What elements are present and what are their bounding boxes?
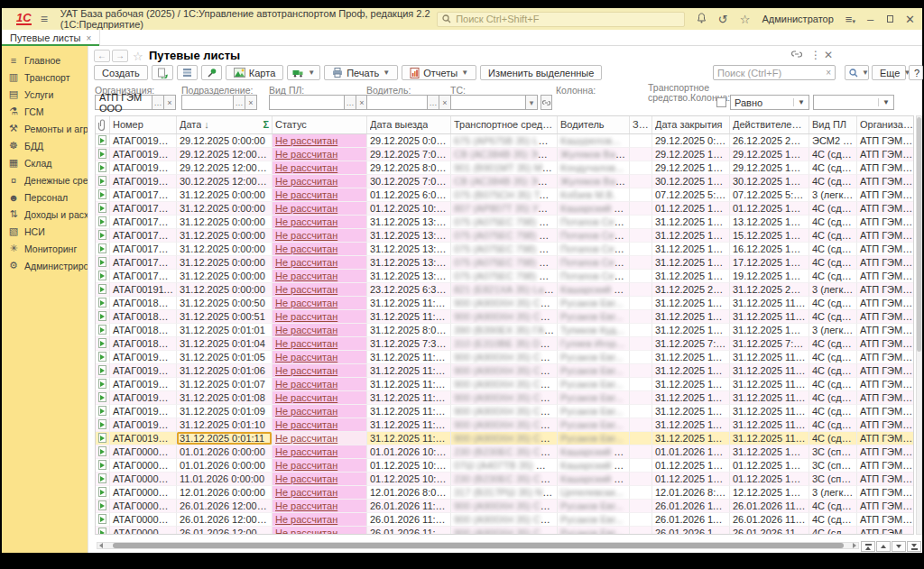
table-row[interactable]: АТАГ001913731.12.2025 0:01:08Не рассчита…	[96, 391, 914, 405]
transport-actions-button[interactable]: ▼	[287, 65, 320, 80]
edit-selected-button[interactable]: Изменить выделенные	[480, 65, 602, 80]
status-link[interactable]: Не рассчитан	[275, 460, 337, 471]
tab-putevye-listy[interactable]: Путевые листы ×	[2, 30, 100, 46]
sum-icon[interactable]: Σ	[263, 116, 269, 133]
clear-search-icon[interactable]: ×	[826, 68, 831, 78]
table-row[interactable]: АТАГ001868531.12.2025 0:00:50Не рассчита…	[96, 297, 914, 310]
status-link[interactable]: Не рассчитан	[275, 514, 337, 525]
filter-driver-field[interactable]	[366, 95, 428, 110]
horizontal-scrollbar[interactable]	[97, 542, 859, 549]
add-favorite-star-icon[interactable]: ☆	[133, 50, 143, 63]
vehicle-dropdown-button[interactable]: ▾	[526, 95, 538, 110]
help-button[interactable]: ?	[909, 65, 923, 80]
close-window-button[interactable]: ✕	[905, 14, 915, 25]
table-row[interactable]: АТАГ000000101.01.2026 0:00:00Не рассчита…	[96, 445, 914, 459]
table-row[interactable]: АТАГ001870131.12.2025 0:01:01Не рассчита…	[96, 324, 914, 337]
table-row[interactable]: АТАГ001913531.12.2025 0:01:06Не рассчита…	[96, 364, 914, 378]
favorites-star-icon[interactable]: ☆	[740, 14, 751, 25]
org-clear-button[interactable]: ×	[164, 95, 176, 110]
more-menu-icon[interactable]: ⋮	[810, 50, 821, 60]
minimize-button[interactable]: –	[867, 14, 873, 25]
status-link[interactable]: Не рассчитан	[275, 162, 337, 173]
driver-choose-button[interactable]: …	[428, 95, 439, 110]
condition-select[interactable]: Равно▼	[730, 95, 809, 110]
column-header-vehicle[interactable]: Транспортное средство	[451, 116, 558, 133]
column-header-num[interactable]: Номер	[110, 116, 177, 133]
status-link[interactable]: Не рассчитан	[275, 325, 337, 335]
filter-waybill-type-field[interactable]	[269, 95, 345, 110]
status-link[interactable]: Не рассчитан	[275, 392, 337, 403]
status-link[interactable]: Не рассчитан	[275, 379, 337, 390]
more-actions-button[interactable]: Еще▼	[872, 65, 906, 80]
table-row[interactable]: АТАГ001913931.12.2025 0:01:10Не рассчита…	[96, 418, 914, 432]
tab-close-icon[interactable]: ×	[86, 33, 91, 43]
current-user[interactable]: Администратор	[762, 14, 833, 24]
status-link[interactable]: Не рассчитан	[275, 473, 337, 484]
status-link[interactable]: Не рассчитан	[275, 284, 337, 295]
hscroll-thumb[interactable]	[113, 543, 844, 548]
status-link[interactable]: Не рассчитан	[275, 271, 337, 281]
table-row[interactable]: АТАГ001874831.12.2025 0:01:04Не рассчита…	[96, 337, 914, 351]
status-link[interactable]: Не рассчитан	[275, 352, 337, 363]
table-row[interactable]: АТАГ001904230.12.2025 12:00:00Не рассчит…	[96, 175, 914, 188]
sidebar-item-12[interactable]: ⚙Администрирование	[2, 257, 88, 274]
reports-button[interactable]: Отчеты▼	[402, 65, 476, 80]
column-header-valid_to[interactable]: Действителен до	[730, 116, 809, 133]
table-row[interactable]: АТАГ001915129.12.2025 0:00:00Не рассчита…	[96, 134, 914, 148]
main-menu-icon[interactable]: ≡	[41, 12, 48, 26]
column-header-type[interactable]: Вид ПЛ	[809, 116, 857, 133]
table-row[interactable]: АТАГ000000726.01.2026 12:00:01Не рассчит…	[96, 513, 914, 527]
sidebar-item-0[interactable]: ≡Главное	[2, 51, 88, 69]
column-header-date[interactable]: Дата↓Σ	[177, 116, 273, 133]
collapse-ribbon-icon[interactable]: ≡▾	[845, 14, 855, 25]
column-header-driver[interactable]: Водитель	[558, 116, 630, 133]
column-header-org[interactable]: Организация	[857, 116, 914, 133]
table-row[interactable]: АТАГ001790031.12.2025 0:00:00Не рассчита…	[96, 202, 914, 216]
column-header-closed[interactable]: Закрыт	[630, 116, 652, 133]
global-search-input[interactable]: Поиск Ctrl+Shift+F	[437, 12, 685, 27]
table-row[interactable]: АТАГ001791831.12.2025 0:00:00Не рассчита…	[96, 243, 914, 256]
status-link[interactable]: Не рассчитан	[275, 419, 337, 430]
org-choose-button[interactable]: …	[152, 95, 164, 110]
department-clear-button[interactable]: ×	[245, 95, 257, 110]
back-button[interactable]: ←	[94, 50, 110, 62]
sidebar-item-3[interactable]: ⚗ГСМ	[2, 103, 88, 120]
status-link[interactable]: Не рассчитан	[275, 433, 337, 444]
table-row[interactable]: АТАГ000000201.01.2026 0:00:00Не рассчита…	[96, 459, 914, 473]
pin-marker-button[interactable]	[201, 65, 222, 80]
table-row[interactable]: АТАГ001778131.12.2025 0:00:00Не рассчита…	[96, 188, 914, 202]
go-next-button[interactable]	[892, 541, 906, 552]
table-row[interactable]: АТАГ001913831.12.2025 0:01:09Не рассчита…	[96, 405, 914, 418]
get-link-icon[interactable]	[791, 50, 802, 60]
filter-vehicle-field[interactable]	[450, 95, 526, 110]
status-link[interactable]: Не рассчитан	[275, 149, 337, 160]
status-link[interactable]: Не рассчитан	[275, 406, 337, 417]
table-row[interactable]: АТАГ001913631.12.2025 0:01:07Не рассчита…	[96, 378, 914, 391]
search-options-button[interactable]: ▼	[845, 65, 869, 80]
status-link[interactable]: Не рассчитан	[275, 500, 337, 511]
sidebar-item-10[interactable]: ▧НСИ	[2, 223, 88, 240]
1c-logo-icon[interactable]: 1С	[16, 13, 32, 25]
table-row[interactable]: АТАГ001792031.12.2025 0:00:00Не рассчита…	[96, 270, 914, 283]
status-link[interactable]: Не рассчитан	[275, 203, 337, 214]
scroll-left-icon[interactable]	[99, 543, 103, 548]
table-row[interactable]: АТАГ001913431.12.2025 0:01:05Не рассчита…	[96, 351, 914, 364]
table-row[interactable]: АТАГ001868631.12.2025 0:00:51Не рассчита…	[96, 310, 914, 324]
sidebar-item-4[interactable]: ⚒Ремонты и агрегаты	[2, 120, 88, 137]
create-button[interactable]: Создать	[94, 65, 148, 80]
status-link[interactable]: Не рассчитан	[275, 216, 337, 227]
status-link[interactable]: Не рассчитан	[275, 338, 337, 349]
status-link[interactable]: Не рассчитан	[275, 311, 337, 322]
status-link[interactable]: Не рассчитан	[275, 135, 337, 146]
close-form-icon[interactable]: ✕	[824, 50, 833, 60]
history-icon[interactable]: ↺	[718, 14, 728, 25]
condition-value-select[interactable]: ▼	[813, 95, 894, 110]
status-link[interactable]: Не рассчитан	[275, 176, 337, 187]
sidebar-item-8[interactable]: ☻Персонал	[2, 188, 88, 206]
status-link[interactable]: Не рассчитан	[275, 243, 337, 254]
print-button[interactable]: Печать▼	[324, 65, 398, 80]
maximize-button[interactable]	[887, 15, 893, 23]
status-link[interactable]: Не рассчитан	[275, 230, 337, 241]
status-link[interactable]: Не рассчитан	[275, 487, 337, 498]
go-previous-button[interactable]	[876, 541, 891, 552]
